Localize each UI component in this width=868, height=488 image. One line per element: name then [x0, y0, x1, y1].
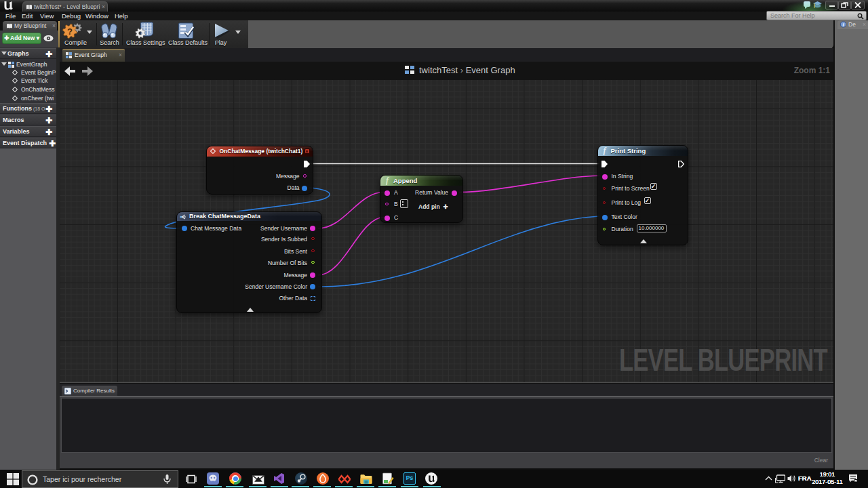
svg-text:?: ? [67, 26, 73, 37]
